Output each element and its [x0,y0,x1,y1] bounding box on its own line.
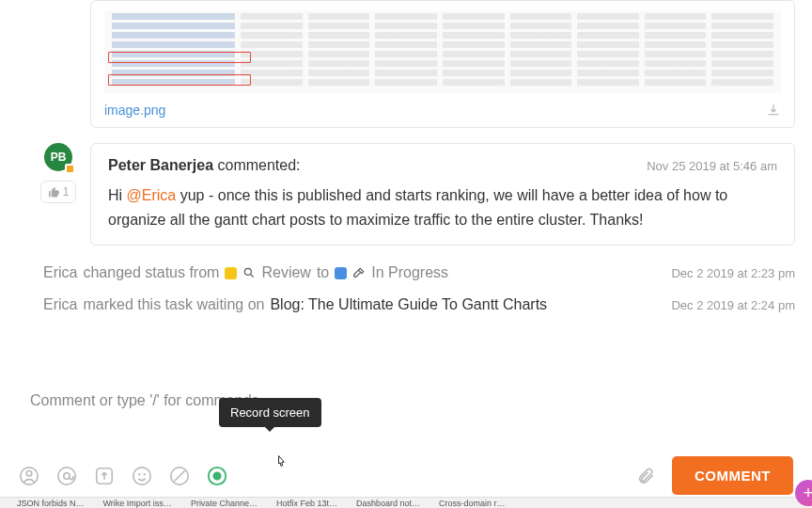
comment-button[interactable]: COMMENT [672,456,793,495]
svg-point-2 [26,470,32,476]
bottom-tab[interactable]: Wrike Import iss… [103,499,172,508]
status-chip-from [225,267,237,279]
attachment-filename[interactable]: image.png [104,103,165,118]
attachment-preview[interactable] [104,10,781,93]
activity-timestamp: Dec 2 2019 at 2:24 pm [671,298,795,312]
task-link[interactable]: Blog: The Ultimate Guide To Gantt Charts [270,296,547,313]
attachment-card: image.png [90,0,795,128]
avatar-status-badge [65,164,75,174]
bottom-tab[interactable]: Private Channe… [191,499,258,508]
comment-input-area: Comment or type '/' for commands Record … [17,383,795,495]
upload-icon[interactable] [94,466,115,486]
bottom-tab[interactable]: Hotfix Feb 13t… [276,499,337,508]
mention[interactable]: @Erica [127,187,177,203]
bottom-tab[interactable]: Dashboard not… [356,499,420,508]
activity-verb: marked this task waiting on [83,296,264,313]
comment-timestamp: Nov 25 2019 at 5:46 am [647,159,777,173]
avatar[interactable]: PB [44,143,72,171]
activity-timestamp: Dec 2 2019 at 2:23 pm [671,266,795,280]
svg-point-6 [133,467,150,484]
activity-waiting-on: Erica marked this task waiting on Blog: … [36,293,795,317]
svg-point-0 [245,269,252,276]
status-chip-to [335,267,347,279]
hammer-icon [352,266,366,279]
block-icon[interactable] [169,466,190,486]
comment-input[interactable]: Comment or type '/' for commands [17,383,795,419]
activity-actor: Erica [43,296,77,313]
mention-icon[interactable] [56,466,77,486]
activity-actor: Erica [43,264,77,281]
download-icon[interactable] [766,103,781,118]
comment-body: Hi @Erica yup - once this is published a… [108,183,777,231]
comment-action: commented: [218,157,301,173]
like-button[interactable]: 1 [40,181,77,203]
magnifier-icon [242,266,256,279]
bottom-tab-strip: JSON forbids N… Wrike Import iss… Privat… [0,497,812,508]
assign-icon[interactable] [19,466,39,486]
status-to-label: In Progress [371,264,448,281]
attach-icon[interactable] [636,467,655,485]
svg-point-4 [64,472,70,478]
activity-status-change: Erica changed status from Review to In P… [36,261,795,285]
svg-point-8 [144,473,145,474]
emoji-icon[interactable] [132,466,152,486]
like-count: 1 [63,185,70,198]
thumbs-up-icon [48,186,60,198]
activity-verb: changed status from [83,264,219,281]
record-screen-icon[interactable] [207,466,227,486]
bottom-tab[interactable]: JSON forbids N… [17,499,85,508]
comment-block: PB 1 Peter Banerjea commented: Nov 25 20… [36,143,795,246]
comment-author: Peter Banerjea [108,157,213,173]
bottom-tab[interactable]: Cross-domain r… [439,499,506,508]
tooltip-record-screen: Record screen [219,398,321,427]
avatar-initials: PB [51,151,67,164]
svg-point-7 [139,473,140,474]
svg-point-11 [213,472,220,479]
status-from-label: Review [261,264,310,281]
